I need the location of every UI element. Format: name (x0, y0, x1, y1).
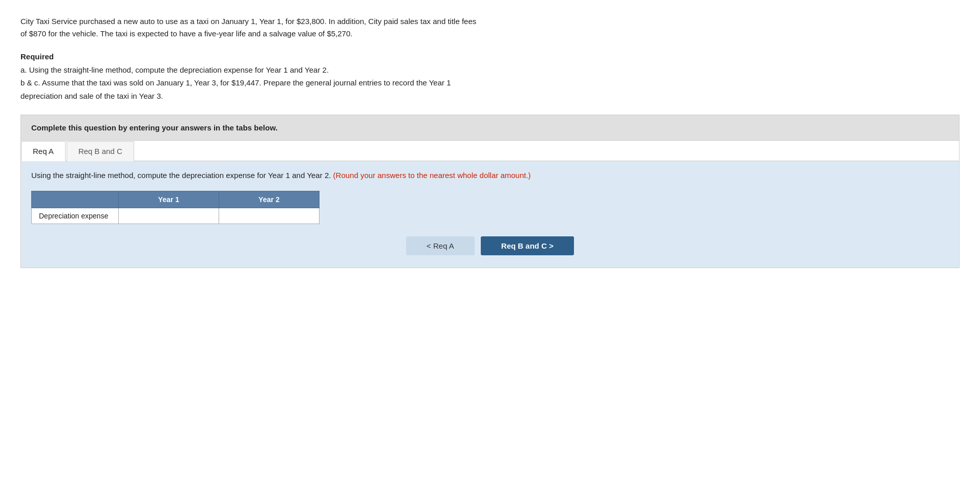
depreciation-table: Year 1 Year 2 Depreciation expense (31, 191, 319, 224)
req-bc-text2: depreciation and sale of the taxi in Yea… (20, 90, 960, 103)
tab-req-a[interactable]: Req A (21, 141, 66, 161)
prev-button[interactable]: < Req A (406, 236, 475, 255)
tab-row: Req A Req B and C (21, 141, 959, 161)
required-section: Required a. Using the straight-line meth… (20, 50, 960, 102)
req-bc-text: b & c. Assume that the taxi was sold on … (20, 78, 451, 87)
prev-arrow: < (427, 241, 431, 250)
next-arrow: > (549, 241, 553, 250)
instruction-red-text: (Round your answers to the nearest whole… (333, 171, 531, 180)
year2-input[interactable] (219, 208, 319, 224)
table-header-spacer (32, 191, 119, 208)
tab-content-req-a: Using the straight-line method, compute … (21, 161, 959, 268)
tabs-area: Req A Req B and C Using the straight-lin… (20, 141, 960, 268)
problem-text-line1: City Taxi Service purchased a new auto t… (20, 15, 960, 28)
complete-box-text: Complete this question by entering your … (31, 123, 949, 132)
next-label: Req B and C (501, 241, 547, 250)
instruction-text: Using the straight-line method, compute … (31, 171, 331, 180)
tab-instruction: Using the straight-line method, compute … (31, 169, 949, 182)
prev-label: Req A (433, 241, 454, 250)
table-header-year2: Year 2 (219, 191, 319, 208)
year2-input-cell[interactable] (219, 208, 319, 224)
problem-description: City Taxi Service purchased a new auto t… (20, 15, 960, 40)
req-a-text: a. Using the straight-line method, compu… (20, 63, 960, 77)
year1-input-cell[interactable] (119, 208, 219, 224)
problem-text-line2: of $870 for the vehicle. The taxi is exp… (20, 28, 960, 40)
year1-input[interactable] (119, 208, 219, 224)
nav-buttons: < Req A Req B and C > (31, 236, 949, 255)
table-row: Depreciation expense (32, 208, 319, 224)
complete-question-box: Complete this question by entering your … (20, 115, 960, 141)
table-header-year1: Year 1 (119, 191, 219, 208)
next-button[interactable]: Req B and C > (481, 236, 574, 255)
row-label-depreciation: Depreciation expense (32, 208, 119, 224)
tab-req-bc[interactable]: Req B and C (67, 141, 134, 161)
required-label: Required (20, 52, 54, 61)
